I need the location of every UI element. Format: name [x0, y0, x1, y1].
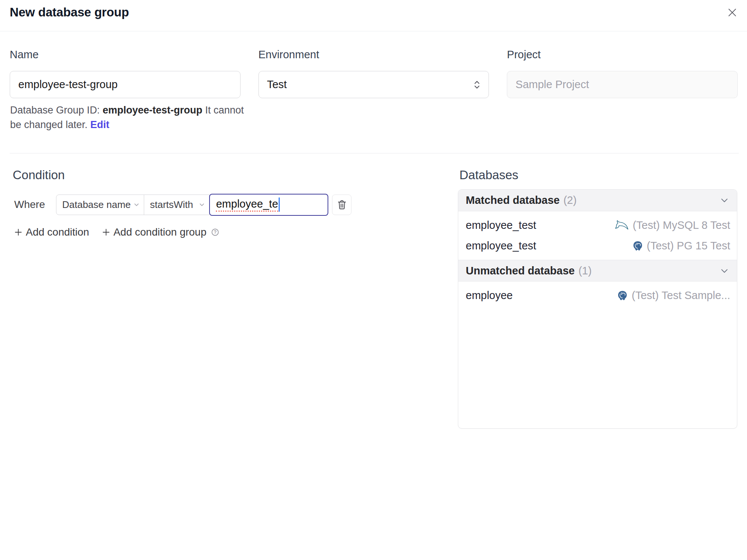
database-name: employee [466, 289, 513, 302]
group-id-value: employee-test-group [103, 105, 202, 116]
where-label: Where [14, 199, 45, 211]
condition-operator-value: startsWith [150, 199, 193, 211]
close-button[interactable] [725, 6, 739, 19]
database-name: employee_test [466, 219, 536, 231]
plus-icon [14, 228, 22, 236]
edit-link[interactable]: Edit [90, 119, 109, 130]
section-divider [10, 153, 739, 153]
form-row: Name employee-test-group Environment Tes… [10, 49, 738, 98]
plus-icon [102, 228, 110, 236]
unmatched-database-rows: employee (Test) Test Sample... [458, 281, 737, 309]
environment-label: Environment [258, 49, 489, 60]
matched-database-header[interactable]: Matched database (2) [458, 190, 737, 211]
unmatched-database-header[interactable]: Unmatched database (1) [458, 260, 737, 281]
close-icon [727, 7, 738, 18]
matched-database-count: (2) [563, 194, 576, 206]
add-condition-label: Add condition [26, 226, 89, 238]
condition-value-text: employee_te [216, 198, 278, 212]
dialog-title: New database group [10, 4, 129, 20]
condition-field-value: Database name [62, 199, 131, 211]
condition-group: Database name startsWith employee_te [56, 194, 328, 216]
chevron-down-icon [719, 195, 729, 205]
unmatched-database-title: Unmatched database [466, 265, 575, 277]
database-name: employee_test [466, 240, 536, 252]
databases-panel: Matched database (2) employee_test (Test… [458, 189, 737, 429]
environment-select[interactable]: Test [258, 71, 489, 98]
trash-icon [337, 199, 347, 210]
environment-field: Environment Test [258, 49, 489, 98]
databases-heading: Databases [459, 168, 518, 182]
new-database-group-dialog: New database group Name employee-test-gr… [0, 0, 747, 560]
database-row: employee_test (Test) MySQL 8 Test [458, 215, 737, 236]
database-row: employee (Test) Test Sample... [458, 285, 737, 306]
condition-operator-select[interactable]: startsWith [144, 195, 210, 215]
svg-text:?: ? [214, 230, 216, 235]
add-condition-group-button[interactable]: Add condition group ? [102, 226, 219, 238]
chevron-down-icon [719, 266, 729, 276]
instance-label: (Test) PG 15 Test [647, 240, 731, 252]
select-arrows-icon [474, 79, 480, 90]
postgresql-icon [632, 240, 643, 252]
add-condition-button[interactable]: Add condition [14, 226, 89, 238]
instance-label: (Test) Test Sample... [632, 289, 730, 302]
name-field: Name employee-test-group [10, 49, 241, 98]
matched-database-rows: employee_test (Test) MySQL 8 Test employ… [458, 211, 737, 260]
condition-value-input[interactable]: employee_te [209, 194, 328, 216]
text-caret [279, 197, 280, 212]
unmatched-database-count: (1) [579, 265, 592, 277]
project-label: Project [507, 49, 738, 60]
delete-condition-button[interactable] [332, 195, 351, 215]
chevron-down-icon [198, 201, 205, 208]
project-input: Sample Project [507, 71, 738, 98]
add-condition-group-label: Add condition group [114, 226, 207, 238]
project-value: Sample Project [515, 78, 589, 91]
project-field: Project Sample Project [507, 49, 738, 98]
chevron-down-icon [133, 201, 140, 208]
name-label: Name [10, 49, 241, 60]
condition-row: Where Database name startsWith employee_… [14, 193, 351, 216]
name-value: employee-test-group [18, 78, 118, 91]
postgresql-icon [617, 290, 628, 301]
group-id-note: Database Group ID: employee-test-group I… [10, 103, 257, 132]
instance-label: (Test) MySQL 8 Test [633, 219, 730, 231]
condition-actions: Add condition Add condition group ? [14, 225, 219, 239]
database-row: employee_test (Test) PG 15 Test [458, 236, 737, 256]
condition-field-select[interactable]: Database name [56, 195, 144, 215]
help-icon: ? [211, 228, 219, 236]
name-input[interactable]: employee-test-group [10, 71, 241, 98]
mysql-icon [614, 220, 629, 231]
environment-value: Test [267, 78, 287, 91]
condition-heading: Condition [13, 168, 65, 182]
matched-database-title: Matched database [466, 194, 560, 206]
dialog-header: New database group [0, 0, 747, 31]
